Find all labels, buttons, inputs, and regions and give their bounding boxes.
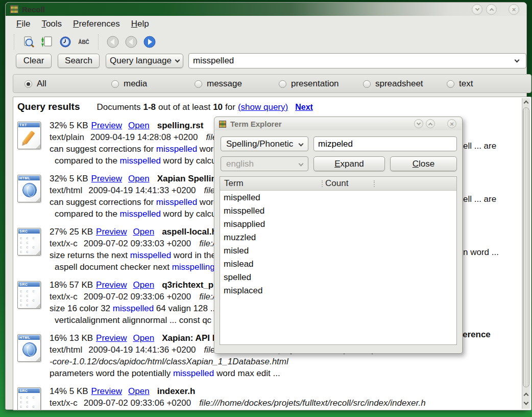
preview-link[interactable]: Preview (91, 121, 122, 130)
menu-file[interactable]: File (11, 18, 36, 30)
filter-message[interactable]: message (195, 79, 242, 89)
highlighted-term: misspelled (120, 209, 161, 219)
filter-all[interactable]: All (25, 79, 46, 89)
scroll-up-icon[interactable] (524, 393, 529, 398)
radio-media[interactable] (111, 80, 119, 88)
main-titlebar[interactable]: Recoll × (6, 3, 526, 16)
term-column-header[interactable]: Term (224, 178, 244, 189)
dialog-maximize-button[interactable] (426, 119, 435, 128)
term-row[interactable]: mislead (220, 258, 456, 271)
vertical-scrollbar[interactable] (522, 98, 530, 409)
preview-link[interactable]: Preview (96, 280, 127, 290)
term-row[interactable]: misled (220, 244, 456, 258)
search-input[interactable] (189, 54, 505, 67)
open-link[interactable]: Open (133, 333, 155, 343)
previous-page-button[interactable] (124, 35, 138, 49)
menu-tools[interactable]: Tools (36, 18, 67, 30)
filter-presentation[interactable]: presentation (279, 79, 339, 89)
dialog-close-button[interactable]: × (447, 119, 456, 128)
term-row[interactable]: mispelled (220, 191, 456, 204)
doc-type-band: TXT (18, 123, 40, 127)
open-link[interactable]: Open (128, 386, 150, 396)
term-table-header[interactable]: Term Count (220, 177, 456, 191)
term-row[interactable]: misspelled (220, 204, 456, 218)
preview-link[interactable]: Preview (96, 227, 127, 237)
result-url: file:///home/dockes/projets/fulltext/rec… (199, 398, 425, 408)
chevron-down-icon (299, 142, 304, 147)
scrollbar-thumb[interactable] (523, 107, 529, 387)
term-table-rows: mispelledmisspelledmisappliedmuzzledmisl… (220, 191, 456, 297)
close-button[interactable]: × (509, 4, 519, 15)
clear-button[interactable]: Clear (16, 54, 52, 68)
result-relevancy: 18% 57 KB (50, 280, 93, 290)
count-column-header[interactable]: Count (325, 178, 348, 189)
preview-link[interactable]: Preview (91, 174, 122, 183)
filter-text[interactable]: text (447, 79, 473, 89)
minimize-button[interactable] (472, 4, 482, 15)
preview-link[interactable]: Preview (96, 333, 127, 343)
column-divider[interactable] (374, 180, 375, 187)
folded-corner (35, 409, 41, 410)
folded-corner (35, 197, 41, 202)
term-row[interactable]: misplaced (220, 284, 456, 297)
term-input[interactable] (314, 137, 449, 150)
search-combobox[interactable] (188, 53, 526, 68)
close-icon: × (512, 6, 516, 13)
term-row[interactable]: misapplied (220, 218, 456, 231)
dialog-titlebar[interactable]: Term Explorer × (215, 118, 462, 130)
history-clock-icon[interactable] (58, 35, 72, 49)
term-input-box[interactable] (313, 136, 457, 151)
result-snippet: verticalalignment alignnormal ... const … (55, 315, 221, 327)
folded-corner (35, 144, 41, 149)
recoll-app-icon (10, 5, 18, 13)
result-relevancy: 16% 13 KB (50, 333, 93, 343)
search-button[interactable]: Search (58, 54, 100, 68)
filter-spreadsheet[interactable]: spreadsheet (363, 79, 423, 89)
first-page-button[interactable] (106, 35, 120, 49)
result-headline: 18% 57 KBPreviewOpenq3richtext_p.cpp (50, 280, 231, 292)
result-icon-src: SRCc c c c c c c c c c (17, 228, 41, 256)
result-mime: text/html (50, 345, 82, 355)
column-divider[interactable] (322, 180, 323, 187)
menu-preferences[interactable]: Preferences (67, 18, 126, 30)
menu-help[interactable]: Help (126, 18, 155, 30)
filter-label: text (459, 79, 473, 89)
expansion-mode-dropdown[interactable]: Spelling/Phonetic (221, 136, 308, 151)
radio-text[interactable] (447, 80, 454, 88)
desktop: { "colors": { "desktop_green":"#176327",… (0, 0, 532, 417)
recoll-app-icon (219, 121, 226, 128)
radio-all[interactable] (25, 80, 32, 88)
snippet-text: aspell document checker next (55, 262, 172, 272)
scroll-down-icon[interactable] (524, 400, 529, 405)
result-date: 2009-07-02 09:33:03 +0200 (84, 239, 191, 248)
next-page-button[interactable] (142, 35, 157, 49)
source-code-icon: c c c c c c c c c c (20, 236, 36, 254)
open-link[interactable]: Open (133, 227, 155, 237)
document-preview-icon[interactable] (21, 35, 36, 49)
preview-link[interactable]: Preview (91, 386, 122, 396)
term-explorer-dialog: Term Explorer × Spelling/Phonetic englis… (214, 117, 463, 354)
spellcheck-abc-icon[interactable]: ÅBĈ (77, 35, 91, 49)
expand-button[interactable]: Expand (313, 156, 385, 171)
next-page-link[interactable]: Next (295, 103, 313, 112)
radio-presentation[interactable] (279, 80, 286, 88)
result-title: indexer.h (157, 386, 196, 396)
open-link[interactable]: Open (133, 280, 155, 290)
dialog-title: Term Explorer (230, 120, 282, 128)
filter-media[interactable]: media (111, 79, 147, 89)
open-link[interactable]: Open (128, 121, 150, 130)
update-index-icon[interactable] (40, 35, 54, 49)
show-query-link[interactable]: (show query) (238, 102, 288, 112)
radio-message[interactable] (195, 80, 202, 88)
folded-corner (35, 303, 41, 309)
dialog-minimize-button[interactable] (414, 119, 423, 128)
query-language-dropdown[interactable]: Query language (106, 54, 183, 68)
term-row[interactable]: muzzled (220, 231, 456, 244)
term-row[interactable]: spelled (220, 271, 456, 284)
maximize-button[interactable] (486, 4, 497, 15)
radio-spreadsheet[interactable] (363, 80, 371, 88)
open-link[interactable]: Open (128, 174, 150, 183)
scroll-up-icon[interactable] (524, 101, 529, 106)
highlighted-term: misspelled (130, 250, 171, 260)
close-dialog-button[interactable]: Close (390, 156, 457, 171)
